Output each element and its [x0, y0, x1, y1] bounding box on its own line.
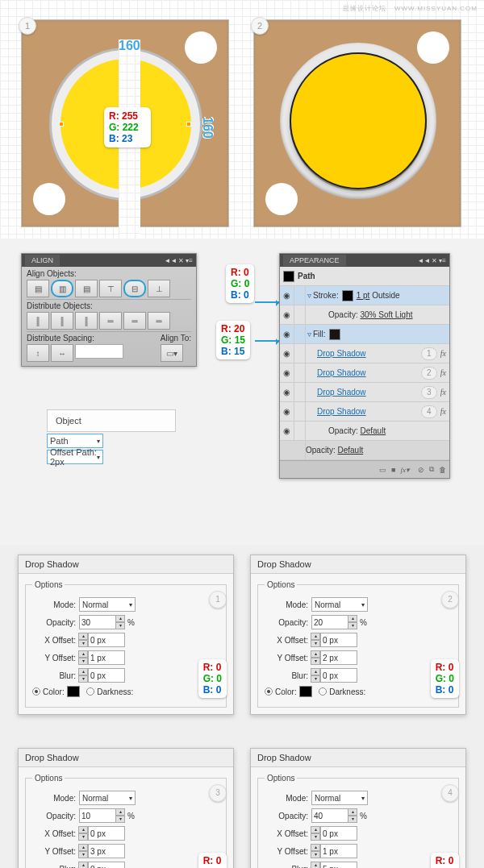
drop-shadow-dialog[interactable]: Drop Shadow 4 Options Mode:Normal Opacit…	[250, 748, 466, 868]
opacity-input[interactable]: 30	[79, 615, 116, 629]
align-top-icon[interactable]: ⊤	[99, 280, 122, 297]
drop-shadow-dialog[interactable]: Drop Shadow 1 Options Mode:Normal Opacit…	[18, 554, 234, 715]
dist-icon[interactable]: ═	[99, 312, 122, 330]
visibility-icon[interactable]: ◉	[280, 305, 294, 324]
xoffset-label: X Offset:	[32, 636, 76, 645]
xoffset-input[interactable]: 0 px	[320, 826, 357, 841]
align-hcenter-icon[interactable]: ▥	[51, 280, 73, 297]
trash-icon[interactable]: 🗑	[439, 466, 446, 474]
visibility-icon[interactable]: ◉	[280, 383, 294, 401]
xoffset-input[interactable]: 0 px	[320, 633, 357, 647]
spacing-icon[interactable]: ↕	[27, 344, 49, 362]
stroke-swatch[interactable]	[342, 290, 353, 301]
color-radio[interactable]	[32, 687, 40, 696]
drop-shadow-link[interactable]: Drop Shadow	[317, 388, 366, 397]
visibility-icon[interactable]: ◉	[280, 402, 294, 421]
dist-icon[interactable]: ═	[148, 312, 170, 330]
drop-shadow-link[interactable]: Drop Shadow	[317, 407, 366, 416]
opacity-input[interactable]: 40	[311, 808, 348, 823]
darkness-radio[interactable]	[319, 687, 327, 696]
drop-shadow-dialog[interactable]: Drop Shadow 3 Options Mode:Normal Opacit…	[18, 748, 234, 868]
align-vcenter-icon[interactable]: ⊟	[123, 280, 146, 297]
align-to-icon[interactable]: ▭▾	[161, 344, 183, 362]
opacity-input[interactable]: 20	[311, 615, 348, 629]
blur-input[interactable]: 0 px	[320, 668, 357, 683]
anchor-point[interactable]	[59, 122, 64, 127]
fx-icon[interactable]: fx	[440, 349, 446, 358]
drop-shadow-dialog[interactable]: Drop Shadow 2 Options Mode:Normal Opacit…	[250, 554, 466, 715]
menu-icon[interactable]: ▾≡	[439, 257, 446, 264]
align-left-icon[interactable]: ▤	[27, 280, 49, 297]
menu-path[interactable]: Path	[47, 434, 103, 448]
dist-icon[interactable]: ═	[123, 312, 146, 330]
spacing-icon[interactable]: ↔	[51, 344, 73, 362]
menu-icon[interactable]: ▾≡	[186, 257, 193, 264]
new-stroke-icon[interactable]: ▭	[379, 466, 386, 474]
spacing-field[interactable]	[75, 344, 123, 359]
menu-offset-path[interactable]: Offset Path: 2px	[47, 450, 103, 464]
ds-index: 3	[421, 386, 437, 399]
close-icon[interactable]: ✕	[178, 257, 184, 264]
color-swatch[interactable]	[299, 686, 312, 697]
dist-icon[interactable]: ║	[27, 312, 49, 330]
opacity-label: Opacity:	[32, 812, 76, 820]
panel-tab[interactable]: APPEARANCE	[283, 255, 346, 266]
align-right-icon[interactable]: ▤	[75, 280, 98, 297]
clear-icon[interactable]: ⊘	[418, 466, 424, 474]
yoffset-label: Y Offset:	[265, 847, 308, 856]
opacity-value[interactable]: Default	[337, 446, 363, 455]
anchor-point[interactable]	[186, 122, 191, 127]
corner-hole	[265, 183, 298, 215]
color-swatch[interactable]	[67, 686, 80, 697]
mode-select[interactable]: Normal	[311, 597, 368, 612]
fx-icon[interactable]: fx	[440, 388, 446, 397]
visibility-icon[interactable]: ◉	[280, 325, 294, 343]
mode-label: Mode:	[265, 600, 308, 609]
duplicate-icon[interactable]: ⧉	[429, 465, 434, 474]
dist-icon[interactable]: ║	[51, 312, 73, 330]
close-icon[interactable]: ✕	[432, 257, 437, 264]
corner-hole	[33, 183, 65, 215]
appearance-panel[interactable]: APPEARANCE◄◄✕▾≡ Path ◉▿Stroke:1 pt Outsi…	[279, 253, 450, 479]
blur-input[interactable]: 0 px	[88, 668, 125, 683]
fx-icon[interactable]: fx	[440, 368, 446, 377]
new-fill-icon[interactable]: ■	[391, 466, 395, 474]
darkness-radio[interactable]	[86, 687, 94, 696]
yoffset-input[interactable]: 1 px	[320, 844, 357, 858]
mode-select[interactable]: Normal	[311, 791, 368, 805]
opacity-input[interactable]: 10	[79, 808, 116, 823]
visibility-icon[interactable]: ◉	[280, 363, 294, 382]
fx-menu-icon[interactable]: fx▾	[401, 466, 411, 474]
drop-shadow-link[interactable]: Drop Shadow	[317, 368, 366, 377]
visibility-icon[interactable]: ◉	[280, 286, 294, 305]
yoffset-input[interactable]: 1 px	[88, 650, 125, 665]
mode-select[interactable]: Normal	[79, 597, 136, 612]
xoffset-input[interactable]: 0 px	[88, 633, 125, 647]
visibility-icon[interactable]: ◉	[280, 344, 294, 363]
align-bottom-icon[interactable]: ⊥	[148, 280, 170, 297]
drop-shadow-link[interactable]: Drop Shadow	[317, 349, 366, 358]
collapse-icon[interactable]: ◄◄	[164, 257, 177, 264]
visibility-icon[interactable]: ◉	[280, 422, 294, 440]
dist-icon[interactable]: ║	[75, 312, 98, 330]
height-dim: 160	[201, 117, 214, 139]
xoffset-input[interactable]: 0 px	[88, 826, 125, 841]
options-legend: Options	[265, 580, 297, 589]
fill-swatch[interactable]	[329, 329, 340, 340]
align-panel[interactable]: ALIGN◄◄✕▾≡ Align Objects: ▤ ▥ ▤ ⊤ ⊟ ⊥ Di…	[21, 253, 197, 367]
color-radio[interactable]	[265, 687, 273, 696]
source-header: 思缘设计论坛 WWW.MISSYUAN.COM	[338, 3, 478, 13]
darkness-label: Darkness:	[97, 687, 133, 696]
mode-select[interactable]: Normal	[79, 791, 136, 805]
opacity-value[interactable]: 30% Soft Light	[360, 310, 412, 319]
stroke-weight[interactable]: 1 pt	[357, 291, 370, 300]
blur-input[interactable]: 5 px	[320, 862, 357, 868]
blur-input[interactable]: 0 px	[88, 862, 125, 868]
fx-icon[interactable]: fx	[440, 407, 446, 416]
yoffset-input[interactable]: 3 px	[88, 844, 125, 858]
opacity-value[interactable]: Default	[360, 426, 386, 435]
menu-object[interactable]: Object	[47, 409, 176, 432]
collapse-icon[interactable]: ◄◄	[417, 257, 430, 264]
panel-tab[interactable]: ALIGN	[25, 255, 60, 266]
yoffset-input[interactable]: 2 px	[320, 650, 357, 665]
